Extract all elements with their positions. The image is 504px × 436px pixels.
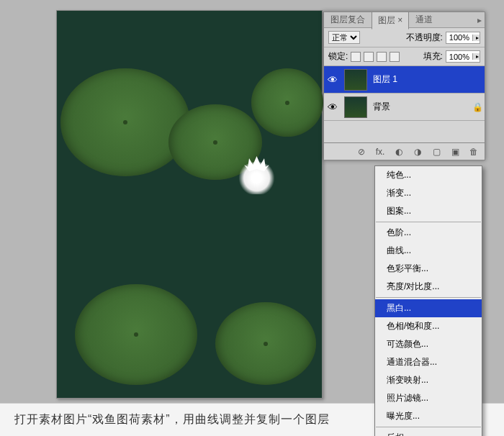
menu-item[interactable]: 可选颜色... <box>375 335 482 353</box>
menu-item[interactable]: 色相/饱和度... <box>375 317 482 335</box>
menu-item[interactable]: 色彩平衡... <box>375 260 482 278</box>
menu-item[interactable]: 曝光度... <box>375 407 482 425</box>
link-layers-icon[interactable]: ⊘ <box>355 146 368 158</box>
visibility-toggle-icon[interactable]: 👁 <box>324 101 341 113</box>
menu-item[interactable]: 照片滤镜... <box>375 389 482 407</box>
tab-layers[interactable]: 图层 × <box>372 12 409 29</box>
layer-thumbnail[interactable] <box>344 69 367 91</box>
layer-row[interactable]: 👁 图层 1 <box>324 66 485 94</box>
lotus-leaf <box>60 68 190 176</box>
lotus-leaf <box>215 302 316 385</box>
opacity-input[interactable]: 100%▸ <box>446 32 480 44</box>
menu-item[interactable]: 黑白... <box>375 299 482 317</box>
menu-item[interactable]: 渐变映射... <box>375 371 482 389</box>
lock-pixels-icon[interactable] <box>364 52 374 62</box>
layer-name[interactable]: 背景 <box>370 101 470 113</box>
layer-thumbnail[interactable] <box>344 96 367 118</box>
menu-separator <box>376 297 481 298</box>
lotus-leaf <box>75 284 197 385</box>
layers-list: 👁 图层 1 👁 背景 🔒 <box>324 66 485 142</box>
lotus-leaf <box>251 68 323 137</box>
lock-label: 锁定: <box>328 50 348 63</box>
visibility-toggle-icon[interactable]: 👁 <box>324 74 341 86</box>
tab-channels[interactable]: 通道 <box>409 11 439 29</box>
lock-all-icon[interactable] <box>390 52 400 62</box>
menu-item[interactable]: 通道混合器... <box>375 353 482 371</box>
new-layer-icon[interactable]: ▣ <box>449 146 462 158</box>
fill-input[interactable]: 100%▸ <box>446 50 480 63</box>
lotus-flower <box>237 162 276 194</box>
layers-panel: 图层复合 图层 × 通道 ▸ 正常 不透明度: 100%▸ 锁定: 填充: 10… <box>323 12 485 160</box>
mask-icon[interactable]: ◐ <box>392 146 405 158</box>
trash-icon[interactable]: 🗑 <box>467 146 480 158</box>
panel-tabs: 图层复合 图层 × 通道 ▸ <box>324 12 485 28</box>
menu-separator <box>376 427 481 427</box>
lock-icon: 🔒 <box>470 102 485 112</box>
opacity-label: 不透明度: <box>406 32 443 44</box>
adjustment-context-menu: 纯色...渐变...图案...色阶...曲线...色彩平衡...亮度/对比度..… <box>374 165 482 436</box>
adjustment-layer-icon[interactable]: ◑ <box>411 146 424 158</box>
layer-name[interactable]: 图层 1 <box>370 73 485 86</box>
group-icon[interactable]: ▢ <box>430 146 443 158</box>
panel-footer: ⊘ fx. ◐ ◑ ▢ ▣ 🗑 <box>324 142 485 160</box>
menu-item[interactable]: 图案... <box>375 202 482 220</box>
menu-item[interactable]: 曲线... <box>375 242 482 260</box>
panel-menu-icon[interactable]: ▸ <box>477 15 482 25</box>
document-canvas[interactable] <box>56 10 323 399</box>
menu-item[interactable]: 渐变... <box>375 184 482 202</box>
menu-item[interactable]: 色阶... <box>375 224 482 242</box>
fx-icon[interactable]: fx. <box>374 146 387 158</box>
menu-item[interactable]: 反相 <box>375 429 482 436</box>
lock-row: 锁定: 填充: 100%▸ <box>324 47 485 66</box>
blend-mode-select[interactable]: 正常 <box>328 31 360 44</box>
layer-row[interactable]: 👁 背景 🔒 <box>324 94 485 121</box>
menu-separator <box>376 222 481 222</box>
blend-row: 正常 不透明度: 100%▸ <box>324 28 485 47</box>
menu-item[interactable]: 纯色... <box>375 166 482 184</box>
tab-layer-comps[interactable]: 图层复合 <box>324 11 372 29</box>
lock-position-icon[interactable] <box>377 52 387 62</box>
lock-transparency-icon[interactable] <box>351 52 361 62</box>
fill-label: 填充: <box>423 50 443 63</box>
menu-item[interactable]: 亮度/对比度... <box>375 278 482 296</box>
